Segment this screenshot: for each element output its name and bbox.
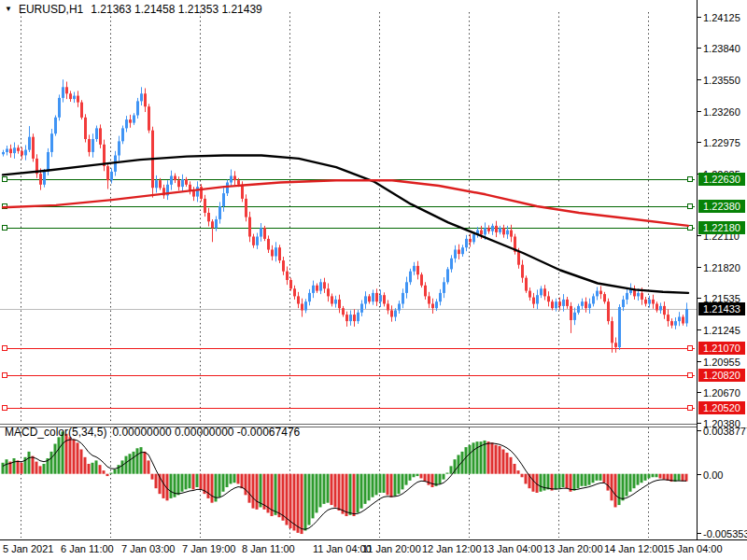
candle-body [13, 147, 16, 153]
candle-body [375, 293, 378, 301]
level-handle[interactable] [3, 406, 7, 411]
level-handle[interactable] [3, 373, 7, 378]
candle-body [667, 315, 669, 321]
macd-bar [185, 474, 188, 490]
macd-bar [431, 474, 434, 487]
macd-name: MACD_color(5,34,5) [5, 426, 106, 439]
macd-bar [189, 474, 191, 488]
candle-body [177, 180, 180, 187]
price-axis[interactable]: 1.241251.238401.235501.232601.229751.226… [698, 12, 747, 539]
candle-body [626, 293, 628, 300]
macd-bar [644, 474, 647, 481]
candle-body [491, 226, 494, 231]
price-tick-label: 1.24125 [703, 12, 740, 23]
price-tick-label: 1.20955 [703, 357, 740, 368]
candle-body [372, 293, 374, 301]
time-axis-label: 14 Jan 12:00 [604, 543, 664, 554]
macd-bar [446, 473, 449, 474]
macd-bar [103, 470, 106, 474]
candle-body [28, 137, 31, 150]
candle-body [308, 293, 311, 301]
candle-body [289, 280, 292, 288]
macd-bar [297, 474, 300, 533]
candle-body [663, 306, 666, 315]
candle-body [32, 137, 35, 159]
candle-body [383, 295, 386, 303]
chart-surface[interactable] [0, 0, 697, 425]
candle-body [301, 304, 303, 311]
level-handle[interactable] [3, 177, 7, 182]
candle-body [144, 93, 147, 106]
candle-body [581, 301, 584, 306]
level-handle[interactable] [688, 346, 693, 351]
price-badge: 1.22180 [698, 221, 745, 234]
candle-body [547, 296, 550, 301]
macd-bar [106, 474, 109, 476]
time-axis[interactable]: 5 Jan 20216 Jan 11:007 Jan 03:007 Jan 19… [3, 543, 723, 554]
macd-bar [573, 474, 576, 491]
chart-canvas[interactable]: 1.241251.238401.235501.232601.229751.226… [0, 0, 747, 560]
macd-bar [6, 459, 8, 473]
level-handle[interactable] [3, 226, 7, 231]
price-badge-label: 1.22630 [703, 174, 740, 185]
candle-body [678, 317, 681, 322]
macd-bar [32, 456, 35, 474]
macd-bar [443, 474, 445, 480]
candle-body [278, 247, 281, 260]
level-handle[interactable] [688, 204, 693, 209]
candle-body [461, 247, 464, 254]
candle-body [170, 176, 173, 185]
price-tick-label: 1.20670 [703, 387, 740, 399]
level-handle[interactable] [3, 346, 7, 351]
macd-bar [349, 474, 352, 515]
macd-bar [491, 442, 494, 473]
candle-body [241, 185, 244, 199]
candle-body [480, 231, 483, 235]
candle-body [99, 128, 102, 144]
macd-bar [170, 474, 173, 498]
candle-body [84, 118, 87, 139]
time-axis-label: 15 Jan 04:00 [663, 543, 723, 554]
candle-body [237, 180, 240, 185]
candle-body [521, 265, 524, 278]
price-tick-label: 1.23550 [703, 75, 740, 86]
candle-body [450, 259, 453, 270]
candle-body [316, 286, 318, 291]
time-axis-label: 13 Jan 04:00 [483, 543, 543, 554]
macd-bar [121, 460, 124, 473]
candle-body [248, 217, 251, 237]
price-badge: 1.21433 [698, 302, 745, 315]
symbol-timeframe-label: EURUSD,H1 [19, 3, 83, 16]
macd-bar [312, 474, 315, 519]
macd-bar [465, 447, 468, 474]
symbol-dropdown-icon[interactable]: ▼ [5, 5, 12, 13]
macd-bar [402, 474, 404, 490]
macd-bar [472, 442, 475, 473]
macd-bar [39, 466, 42, 473]
candle-body [360, 304, 363, 313]
candle-body [54, 118, 57, 133]
candle-body [420, 274, 423, 286]
macd-bar [316, 474, 318, 513]
level-handle[interactable] [688, 373, 693, 378]
candle-body [458, 250, 460, 255]
macd-bar [84, 457, 87, 474]
macd-bar [144, 452, 147, 474]
macd-values: 0.00000000 0.00000000 -0.00067476 [112, 426, 300, 439]
macd-bar [607, 474, 610, 491]
candle-body [573, 313, 576, 320]
candle-body [364, 296, 367, 303]
macd-bar [226, 474, 229, 487]
macd-bar [353, 474, 356, 516]
macd-bar [648, 474, 651, 479]
price-badge-label: 1.22180 [703, 222, 740, 233]
price-badge-label: 1.22380 [703, 201, 740, 212]
price-badge: 1.22630 [698, 173, 745, 186]
level-handle[interactable] [688, 177, 693, 182]
macd-bar [50, 452, 53, 474]
candle-body [674, 321, 677, 326]
level-handle[interactable] [688, 406, 693, 411]
macd-surface[interactable] [0, 427, 697, 539]
macd-bar [80, 449, 83, 473]
macd-bar [499, 446, 501, 474]
